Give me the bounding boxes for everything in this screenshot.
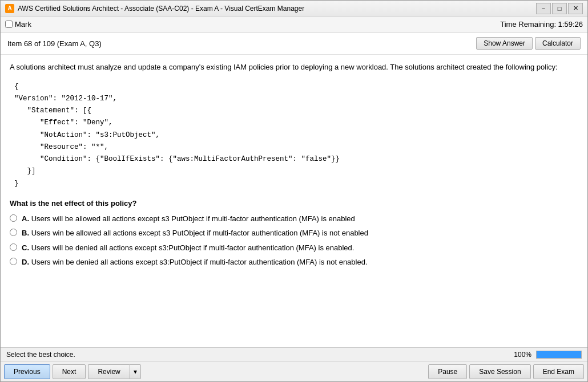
choice-d-text: D. Users win be denied all actions excep… [22,257,368,268]
code-block: { "Version": "2012-10-17", "Statement": … [10,79,578,192]
save-session-button[interactable]: Save Session [469,364,530,379]
choice-b-text: B. Users win be allowed all actions exce… [22,227,368,239]
progress-section: 100% [514,351,582,359]
title-bar-controls: − □ ✕ [536,3,583,14]
answer-choices: A. Users will be allowed all actions exc… [10,213,578,268]
question-header: Item 68 of 109 (Exam A, Q3) Show Answer … [1,32,587,55]
answer-choice-c: C. Users will be denied all actions exce… [10,242,578,254]
pause-button[interactable]: Pause [428,364,467,379]
answer-choice-b: B. Users win be allowed all actions exce… [10,227,578,239]
calculator-button[interactable]: Calculator [535,37,581,50]
header-buttons: Show Answer Calculator [476,37,581,50]
radio-b[interactable] [10,229,17,236]
status-text: Select the best choice. [6,351,514,359]
next-button[interactable]: Next [53,364,86,379]
progress-label: 100% [514,351,531,359]
question-text: A solutions architect must analyze and u… [10,62,578,73]
show-answer-button[interactable]: Show Answer [476,37,533,50]
end-exam-button[interactable]: End Exam [533,364,584,379]
time-remaining: Time Remaining: 1:59:26 [500,20,583,29]
choice-c-text: C. Users will be denied all actions exce… [22,242,354,254]
maximize-button[interactable]: □ [552,3,567,14]
previous-button[interactable]: Previous [4,364,50,379]
progress-bar-fill [537,351,581,358]
radio-a[interactable] [10,214,17,222]
toolbar-row: Mark Time Remaining: 1:59:26 [1,17,587,32]
review-group: Review ▾ [88,364,140,379]
close-button[interactable]: ✕ [568,3,583,14]
app-icon: A [5,4,14,13]
answer-choice-a: A. Users will be allowed all actions exc… [10,213,578,225]
choice-a-text: A. Users will be allowed all actions exc… [22,213,355,225]
minimize-button[interactable]: − [536,3,551,14]
status-bar: Select the best choice. 100% [1,347,587,361]
bottom-toolbar: Previous Next Review ▾ Pause Save Sessio… [1,361,587,381]
mark-checkbox-input[interactable] [5,21,13,28]
content-area: Item 68 of 109 (Exam A, Q3) Show Answer … [1,32,587,347]
question-content: A solutions architect must analyze and u… [1,55,587,278]
review-dropdown-button[interactable]: ▾ [130,364,141,379]
progress-bar-container [536,351,582,359]
radio-d[interactable] [10,258,17,265]
radio-c[interactable] [10,243,17,251]
mark-checkbox[interactable]: Mark [5,20,31,29]
mark-label: Mark [15,20,31,29]
title-bar: A AWS Certified Solutions Architect - As… [1,1,587,17]
question-subtitle: What is the net effect of this policy? [10,199,578,208]
question-info: Item 68 of 109 (Exam A, Q3) [7,39,476,48]
review-button[interactable]: Review [88,364,129,379]
title-bar-text: AWS Certified Solutions Architect - Asso… [18,5,536,13]
answer-choice-d: D. Users win be denied all actions excep… [10,257,578,268]
